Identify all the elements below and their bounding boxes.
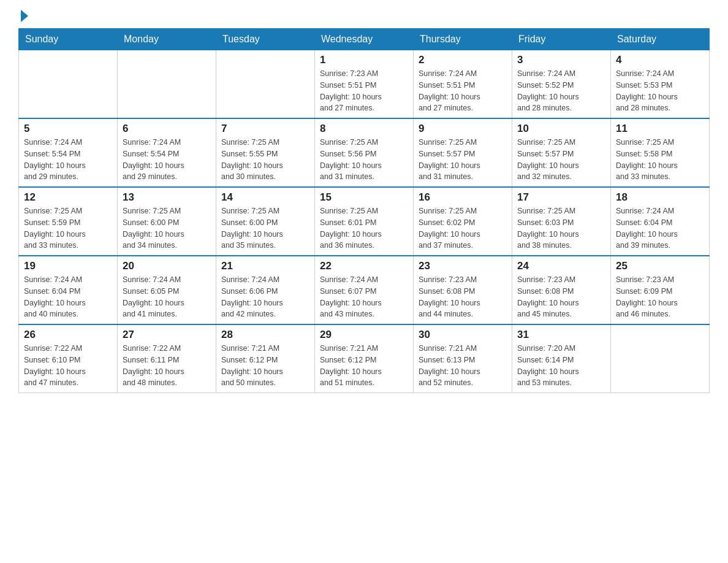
calendar-cell: 10Sunrise: 7:25 AM Sunset: 5:57 PM Dayli… xyxy=(512,118,611,187)
calendar-cell: 1Sunrise: 7:23 AM Sunset: 5:51 PM Daylig… xyxy=(315,50,414,119)
calendar-cell: 30Sunrise: 7:21 AM Sunset: 6:13 PM Dayli… xyxy=(414,324,512,393)
calendar-cell: 16Sunrise: 7:25 AM Sunset: 6:02 PM Dayli… xyxy=(414,187,512,256)
calendar-cell: 11Sunrise: 7:25 AM Sunset: 5:58 PM Dayli… xyxy=(611,118,710,187)
day-number: 28 xyxy=(221,329,309,341)
day-info: Sunrise: 7:25 AM Sunset: 5:56 PM Dayligh… xyxy=(320,137,408,183)
day-number: 1 xyxy=(320,54,408,66)
day-info: Sunrise: 7:25 AM Sunset: 6:00 PM Dayligh… xyxy=(221,205,309,251)
calendar-cell: 2Sunrise: 7:24 AM Sunset: 5:51 PM Daylig… xyxy=(414,50,512,119)
day-number: 31 xyxy=(517,329,605,341)
day-info: Sunrise: 7:25 AM Sunset: 5:55 PM Dayligh… xyxy=(221,137,309,183)
day-info: Sunrise: 7:24 AM Sunset: 5:52 PM Dayligh… xyxy=(517,68,605,114)
week-row-3: 12Sunrise: 7:25 AM Sunset: 5:59 PM Dayli… xyxy=(19,187,710,256)
weekday-header-tuesday: Tuesday xyxy=(216,29,315,50)
calendar-cell: 7Sunrise: 7:25 AM Sunset: 5:55 PM Daylig… xyxy=(216,118,315,187)
calendar-cell: 6Sunrise: 7:24 AM Sunset: 5:54 PM Daylig… xyxy=(118,118,216,187)
page-header xyxy=(18,12,710,22)
day-number: 11 xyxy=(616,123,704,135)
day-info: Sunrise: 7:24 AM Sunset: 5:54 PM Dayligh… xyxy=(24,137,112,183)
day-info: Sunrise: 7:23 AM Sunset: 5:51 PM Dayligh… xyxy=(320,68,408,114)
day-number: 10 xyxy=(517,123,605,135)
day-number: 18 xyxy=(616,191,704,204)
weekday-header-row: SundayMondayTuesdayWednesdayThursdayFrid… xyxy=(19,29,710,50)
day-number: 22 xyxy=(320,260,408,272)
calendar-cell xyxy=(216,50,315,119)
day-number: 12 xyxy=(24,191,112,204)
day-info: Sunrise: 7:25 AM Sunset: 6:01 PM Dayligh… xyxy=(320,205,408,251)
calendar-cell: 24Sunrise: 7:23 AM Sunset: 6:08 PM Dayli… xyxy=(512,256,611,324)
calendar-cell: 12Sunrise: 7:25 AM Sunset: 5:59 PM Dayli… xyxy=(19,187,118,256)
day-info: Sunrise: 7:24 AM Sunset: 5:51 PM Dayligh… xyxy=(419,68,507,114)
day-number: 24 xyxy=(517,260,605,272)
calendar-cell xyxy=(611,324,710,393)
day-number: 7 xyxy=(221,123,309,135)
day-info: Sunrise: 7:24 AM Sunset: 6:04 PM Dayligh… xyxy=(616,205,704,251)
calendar-cell: 28Sunrise: 7:21 AM Sunset: 6:12 PM Dayli… xyxy=(216,324,315,393)
day-info: Sunrise: 7:21 AM Sunset: 6:13 PM Dayligh… xyxy=(419,343,507,389)
day-info: Sunrise: 7:22 AM Sunset: 6:11 PM Dayligh… xyxy=(123,343,211,389)
weekday-header-monday: Monday xyxy=(118,29,216,50)
day-info: Sunrise: 7:25 AM Sunset: 6:03 PM Dayligh… xyxy=(517,205,605,251)
weekday-header-saturday: Saturday xyxy=(611,29,710,50)
day-info: Sunrise: 7:25 AM Sunset: 6:00 PM Dayligh… xyxy=(123,205,211,251)
day-info: Sunrise: 7:24 AM Sunset: 6:05 PM Dayligh… xyxy=(123,274,211,320)
calendar-cell: 18Sunrise: 7:24 AM Sunset: 6:04 PM Dayli… xyxy=(611,187,710,256)
day-number: 4 xyxy=(616,54,704,66)
calendar-cell: 15Sunrise: 7:25 AM Sunset: 6:01 PM Dayli… xyxy=(315,187,414,256)
day-number: 13 xyxy=(123,191,211,204)
day-number: 23 xyxy=(419,260,507,272)
calendar-cell: 13Sunrise: 7:25 AM Sunset: 6:00 PM Dayli… xyxy=(118,187,216,256)
calendar-cell: 17Sunrise: 7:25 AM Sunset: 6:03 PM Dayli… xyxy=(512,187,611,256)
calendar-cell: 23Sunrise: 7:23 AM Sunset: 6:08 PM Dayli… xyxy=(414,256,512,324)
calendar-cell: 29Sunrise: 7:21 AM Sunset: 6:12 PM Dayli… xyxy=(315,324,414,393)
day-info: Sunrise: 7:24 AM Sunset: 6:06 PM Dayligh… xyxy=(221,274,309,320)
calendar-cell: 27Sunrise: 7:22 AM Sunset: 6:11 PM Dayli… xyxy=(118,324,216,393)
calendar-cell xyxy=(19,50,118,119)
day-info: Sunrise: 7:23 AM Sunset: 6:09 PM Dayligh… xyxy=(616,274,704,320)
day-number: 15 xyxy=(320,191,408,204)
day-number: 27 xyxy=(123,329,211,341)
calendar-cell xyxy=(118,50,216,119)
calendar-table: SundayMondayTuesdayWednesdayThursdayFrid… xyxy=(18,28,710,393)
week-row-4: 19Sunrise: 7:24 AM Sunset: 6:04 PM Dayli… xyxy=(19,256,710,324)
day-number: 30 xyxy=(419,329,507,341)
logo xyxy=(18,12,28,22)
calendar-cell: 20Sunrise: 7:24 AM Sunset: 6:05 PM Dayli… xyxy=(118,256,216,324)
day-number: 17 xyxy=(517,191,605,204)
day-info: Sunrise: 7:21 AM Sunset: 6:12 PM Dayligh… xyxy=(221,343,309,389)
day-number: 19 xyxy=(24,260,112,272)
calendar-cell: 4Sunrise: 7:24 AM Sunset: 5:53 PM Daylig… xyxy=(611,50,710,119)
logo-arrow-icon xyxy=(21,10,28,22)
day-info: Sunrise: 7:23 AM Sunset: 6:08 PM Dayligh… xyxy=(517,274,605,320)
day-number: 9 xyxy=(419,123,507,135)
day-number: 8 xyxy=(320,123,408,135)
week-row-5: 26Sunrise: 7:22 AM Sunset: 6:10 PM Dayli… xyxy=(19,324,710,393)
calendar-cell: 31Sunrise: 7:20 AM Sunset: 6:14 PM Dayli… xyxy=(512,324,611,393)
day-info: Sunrise: 7:20 AM Sunset: 6:14 PM Dayligh… xyxy=(517,343,605,389)
day-number: 20 xyxy=(123,260,211,272)
day-info: Sunrise: 7:22 AM Sunset: 6:10 PM Dayligh… xyxy=(24,343,112,389)
weekday-header-thursday: Thursday xyxy=(414,29,512,50)
week-row-1: 1Sunrise: 7:23 AM Sunset: 5:51 PM Daylig… xyxy=(19,50,710,119)
calendar-cell: 9Sunrise: 7:25 AM Sunset: 5:57 PM Daylig… xyxy=(414,118,512,187)
day-info: Sunrise: 7:25 AM Sunset: 5:58 PM Dayligh… xyxy=(616,137,704,183)
week-row-2: 5Sunrise: 7:24 AM Sunset: 5:54 PM Daylig… xyxy=(19,118,710,187)
day-info: Sunrise: 7:25 AM Sunset: 5:59 PM Dayligh… xyxy=(24,205,112,251)
calendar-cell: 26Sunrise: 7:22 AM Sunset: 6:10 PM Dayli… xyxy=(19,324,118,393)
calendar-cell: 21Sunrise: 7:24 AM Sunset: 6:06 PM Dayli… xyxy=(216,256,315,324)
weekday-header-sunday: Sunday xyxy=(19,29,118,50)
day-number: 21 xyxy=(221,260,309,272)
weekday-header-friday: Friday xyxy=(512,29,611,50)
calendar-cell: 5Sunrise: 7:24 AM Sunset: 5:54 PM Daylig… xyxy=(19,118,118,187)
calendar-cell: 8Sunrise: 7:25 AM Sunset: 5:56 PM Daylig… xyxy=(315,118,414,187)
day-number: 14 xyxy=(221,191,309,204)
calendar-cell: 3Sunrise: 7:24 AM Sunset: 5:52 PM Daylig… xyxy=(512,50,611,119)
day-number: 3 xyxy=(517,54,605,66)
calendar-cell: 19Sunrise: 7:24 AM Sunset: 6:04 PM Dayli… xyxy=(19,256,118,324)
day-info: Sunrise: 7:24 AM Sunset: 6:07 PM Dayligh… xyxy=(320,274,408,320)
day-info: Sunrise: 7:24 AM Sunset: 5:54 PM Dayligh… xyxy=(123,137,211,183)
weekday-header-wednesday: Wednesday xyxy=(315,29,414,50)
calendar-cell: 14Sunrise: 7:25 AM Sunset: 6:00 PM Dayli… xyxy=(216,187,315,256)
day-info: Sunrise: 7:25 AM Sunset: 5:57 PM Dayligh… xyxy=(517,137,605,183)
day-number: 5 xyxy=(24,123,112,135)
